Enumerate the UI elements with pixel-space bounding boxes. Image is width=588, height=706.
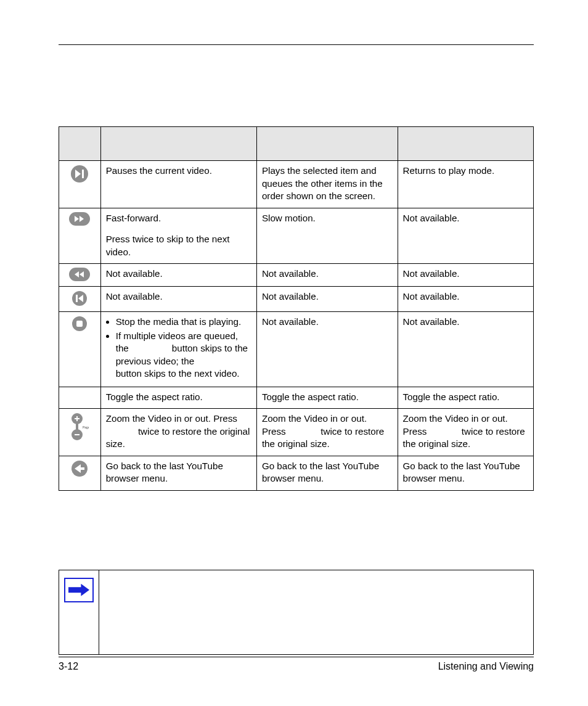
table-row: Toggle the aspect ratio. Toggle the aspe… xyxy=(59,387,534,409)
cell: Not available. xyxy=(100,264,256,287)
icon-cell xyxy=(59,287,101,312)
play-pause-icon xyxy=(70,165,89,183)
cell: Fast-forward. Press twice to skip to the… xyxy=(100,208,256,264)
table-row: Go back to the last YouTube browser menu… xyxy=(59,456,534,490)
cell: Zoom the Video in or out. Press twice to… xyxy=(100,409,256,456)
note-arrow-icon xyxy=(64,578,94,602)
cell-text: button skips to the previous video; the xyxy=(116,343,248,366)
icon-cell xyxy=(59,264,101,287)
cell: Pauses the current video. xyxy=(100,161,256,208)
cell: Not available. xyxy=(100,287,256,312)
table-row xyxy=(59,570,534,654)
cell: Go back to the last YouTube browser menu… xyxy=(398,456,533,490)
section-title: Listening and Viewing xyxy=(438,661,534,672)
icon-cell xyxy=(59,456,101,490)
footer-rule xyxy=(59,657,534,657)
note-text-cell xyxy=(99,570,534,654)
cell: Toggle the aspect ratio. xyxy=(398,387,533,409)
table-header-row xyxy=(59,127,534,161)
svg-text:Page: Page xyxy=(83,425,89,429)
cell: Go back to the last YouTube browser menu… xyxy=(100,456,256,490)
icon-cell xyxy=(59,161,101,208)
cell: Not available. xyxy=(398,312,533,387)
svg-rect-2 xyxy=(82,170,84,178)
table-row: Fast-forward. Press twice to skip to the… xyxy=(59,208,534,264)
svg-rect-10 xyxy=(76,295,78,302)
rewind-icon xyxy=(69,268,90,281)
cell: Toggle the aspect ratio. xyxy=(256,387,398,409)
header-cell xyxy=(100,127,256,161)
back-icon xyxy=(71,460,88,477)
icon-cell xyxy=(59,387,101,409)
cell: Not available. xyxy=(256,312,398,387)
cell: Not available. xyxy=(256,287,398,312)
header-cell xyxy=(256,127,398,161)
table-row: Page Zoom the Video in or out. Press twi… xyxy=(59,409,534,456)
table-row: Not available. Not available. Not availa… xyxy=(59,287,534,312)
stop-icon xyxy=(71,316,88,332)
cell: Toggle the aspect ratio. xyxy=(100,387,256,409)
table-row: Not available. Not available. Not availa… xyxy=(59,264,534,287)
remote-functions-table: Pauses the current video. Plays the sele… xyxy=(59,126,534,491)
note-icon-cell xyxy=(59,570,99,654)
header-cell xyxy=(59,127,101,161)
svg-rect-16 xyxy=(76,416,78,421)
icon-cell xyxy=(59,208,101,264)
skip-previous-icon xyxy=(71,290,88,306)
svg-rect-19 xyxy=(75,434,80,435)
page-number: 3-12 xyxy=(59,661,78,672)
cell-text: Zoom the Video in or out. Press xyxy=(106,413,237,424)
page-footer: 3-12 Listening and Viewing xyxy=(59,652,534,673)
table-row: Pauses the current video. Plays the sele… xyxy=(59,161,534,208)
zoom-icon: Page xyxy=(70,413,89,441)
note-table xyxy=(59,570,534,655)
cell: Stop the media that is playing. If multi… xyxy=(100,312,256,387)
bullet-item: Stop the media that is playing. xyxy=(116,316,251,329)
cell-text: Press twice to skip to the next video. xyxy=(106,234,230,257)
table-row: Stop the media that is playing. If multi… xyxy=(59,312,534,387)
cell: Not available. xyxy=(398,264,533,287)
bullet-item: If multiple videos are queued, thebutton… xyxy=(116,330,251,380)
cell-text: Fast-forward. xyxy=(106,212,251,225)
cell: Not available. xyxy=(256,264,398,287)
cell: Not available. xyxy=(398,208,533,264)
cell: Go back to the last YouTube browser menu… xyxy=(256,456,398,490)
cell-text: button skips to the next video. xyxy=(116,368,240,379)
svg-rect-13 xyxy=(76,321,83,327)
header-cell xyxy=(398,127,533,161)
icon-cell xyxy=(59,312,101,387)
fast-forward-icon xyxy=(69,212,90,226)
cell-text: twice to restore the original size. xyxy=(106,426,250,449)
svg-rect-23 xyxy=(80,467,84,470)
cell: Not available. xyxy=(398,287,533,312)
cell: Plays the selected item and queues the o… xyxy=(256,161,398,208)
cell: Returns to play mode. xyxy=(398,161,533,208)
icon-cell: Page xyxy=(59,409,101,456)
cell: Slow motion. xyxy=(256,208,398,264)
cell: Zoom the Video in or out. Press twice to… xyxy=(398,409,533,456)
cell: Zoom the Video in or out. Press twice to… xyxy=(256,409,398,456)
